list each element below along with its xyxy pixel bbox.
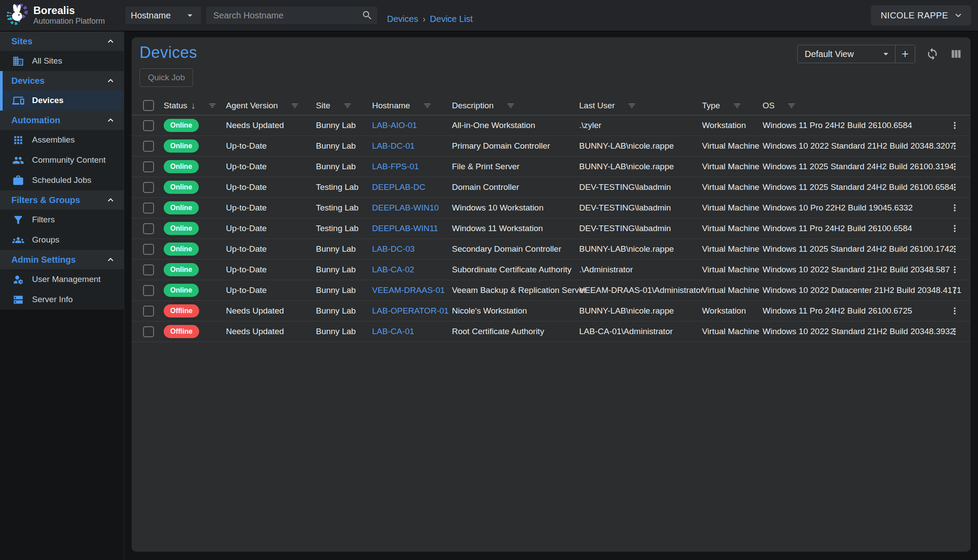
- table-row[interactable]: OnlineUp-to-DateBunny LabLAB-CA-02Subord…: [132, 260, 971, 280]
- column-header-last-user[interactable]: Last User: [579, 101, 702, 111]
- status-cell: Online: [164, 201, 226, 214]
- sidebar-item-community-content[interactable]: Community Content: [0, 150, 124, 170]
- table-row[interactable]: OnlineUp-to-DateBunny LabLAB-FPS-01File …: [132, 157, 971, 177]
- filter-icon[interactable]: [732, 101, 742, 111]
- user-menu-button[interactable]: NICOLE RAPPE: [871, 5, 971, 25]
- row-menu-button[interactable]: [949, 325, 961, 338]
- site-cell: Testing Lab: [316, 203, 372, 213]
- hostname-link[interactable]: DEEPLAB-WIN10: [372, 203, 439, 212]
- row-checkbox-cell: [132, 326, 164, 337]
- os-cell: Windows 10 2022 Standard 21H2 Build 2034…: [763, 141, 939, 151]
- row-menu-button[interactable]: [949, 140, 961, 152]
- sidebar-item-label: User Management: [32, 275, 100, 284]
- row-menu-button[interactable]: [949, 284, 961, 296]
- table-row[interactable]: OnlineUp-to-DateTesting LabDEEPLAB-WIN11…: [132, 218, 971, 239]
- select-all-checkbox[interactable]: [143, 100, 154, 111]
- row-checkbox[interactable]: [143, 326, 154, 337]
- row-menu-button[interactable]: [949, 264, 961, 276]
- sidebar-item-filters[interactable]: Filters: [0, 210, 124, 230]
- status-cell: Online: [164, 284, 226, 297]
- breadcrumb-devices[interactable]: Devices: [387, 14, 418, 24]
- quick-job-button[interactable]: Quick Job: [140, 68, 193, 87]
- hostname-link[interactable]: LAB-AIO-01: [372, 121, 417, 130]
- filter-icon[interactable]: [423, 101, 432, 111]
- row-checkbox[interactable]: [143, 223, 154, 234]
- sidebar-item-user-management[interactable]: User Management: [0, 269, 124, 289]
- table-row[interactable]: OnlineUp-to-DateBunny LabLAB-DC-01Primar…: [132, 136, 971, 157]
- agent-version-cell: Up-to-Date: [226, 244, 316, 254]
- table-row[interactable]: OnlineUp-to-DateBunny LabLAB-DC-03Second…: [132, 239, 971, 260]
- row-checkbox[interactable]: [143, 161, 154, 172]
- column-header-description[interactable]: Description: [452, 101, 579, 111]
- row-checkbox[interactable]: [143, 264, 154, 275]
- column-header-type[interactable]: Type: [702, 101, 763, 111]
- last-user-cell: .\zyler: [579, 121, 702, 130]
- hostname-link[interactable]: DEEPLAB-DC: [372, 182, 425, 192]
- site-cell: Bunny Lab: [316, 265, 372, 275]
- hostname-link[interactable]: LAB-DC-03: [372, 244, 415, 253]
- search-column-select[interactable]: Hostname: [125, 7, 201, 24]
- sidebar-item-all-sites[interactable]: All Sites: [0, 51, 124, 71]
- row-menu-button[interactable]: [949, 243, 961, 255]
- sync-icon: [926, 47, 939, 61]
- filter-icon[interactable]: [787, 101, 796, 111]
- row-checkbox[interactable]: [143, 141, 154, 152]
- filter-icon[interactable]: [208, 101, 217, 111]
- table-row[interactable]: OfflineNeeds UpdatedBunny LabLAB-CA-01Ro…: [132, 321, 971, 342]
- hostname-cell: DEEPLAB-WIN11: [372, 224, 452, 233]
- add-view-button[interactable]: +: [895, 45, 915, 63]
- table-row[interactable]: OnlineUp-to-DateTesting LabDEEPLAB-DCDom…: [132, 177, 971, 198]
- search-icon[interactable]: [362, 10, 373, 21]
- columns-button[interactable]: [949, 47, 963, 61]
- column-header-hostname[interactable]: Hostname: [372, 101, 452, 111]
- sidebar-section-sites[interactable]: Sites: [0, 32, 124, 51]
- row-checkbox[interactable]: [143, 182, 154, 193]
- hostname-link[interactable]: LAB-CA-01: [372, 327, 414, 336]
- sidebar-section-devices[interactable]: Devices: [0, 71, 124, 90]
- column-header-site[interactable]: Site: [316, 101, 372, 111]
- table-row[interactable]: OnlineUp-to-DateBunny LabVEEAM-DRAAS-01V…: [132, 280, 971, 301]
- type-cell: Virtual Machine: [702, 203, 763, 213]
- column-header-label: OS: [763, 101, 774, 111]
- filter-icon[interactable]: [506, 101, 516, 111]
- hostname-link[interactable]: LAB-CA-02: [372, 265, 414, 274]
- hostname-link[interactable]: LAB-FPS-01: [372, 162, 419, 171]
- sidebar-item-scheduled-jobs[interactable]: Scheduled Jobs: [0, 170, 124, 190]
- sidebar-section-filters-groups[interactable]: Filters & Groups: [0, 190, 124, 210]
- row-menu-button[interactable]: [949, 222, 961, 235]
- row-checkbox[interactable]: [143, 203, 154, 214]
- row-menu-button[interactable]: [949, 202, 961, 214]
- row-menu-button[interactable]: [949, 305, 961, 317]
- row-checkbox-cell: [132, 244, 164, 255]
- sidebar-section-automation[interactable]: Automation: [0, 111, 124, 130]
- filter-icon[interactable]: [627, 101, 637, 111]
- search-input[interactable]: [212, 10, 362, 21]
- filter-icon[interactable]: [343, 101, 352, 111]
- row-menu-button[interactable]: [949, 181, 961, 193]
- row-menu-button[interactable]: [949, 161, 961, 173]
- hostname-link[interactable]: LAB-OPERATOR-01: [372, 306, 449, 315]
- column-header-status[interactable]: Status↓: [164, 101, 226, 111]
- row-checkbox[interactable]: [143, 285, 154, 296]
- table-row[interactable]: OfflineNeeds UpdatedBunny LabLAB-OPERATO…: [132, 301, 971, 321]
- table-row[interactable]: OnlineUp-to-DateTesting LabDEEPLAB-WIN10…: [132, 198, 971, 218]
- row-checkbox[interactable]: [143, 120, 154, 131]
- table-row[interactable]: OnlineNeeds UpdatedBunny LabLAB-AIO-01Al…: [132, 115, 971, 136]
- sidebar-item-devices[interactable]: Devices: [0, 90, 124, 111]
- refresh-button[interactable]: [926, 47, 939, 61]
- column-header-agent-version[interactable]: Agent Version: [226, 101, 316, 111]
- sidebar-section-admin-settings[interactable]: Admin Settings: [0, 250, 124, 269]
- hostname-link[interactable]: LAB-DC-01: [372, 141, 415, 150]
- column-header-os[interactable]: OS: [763, 101, 939, 111]
- sidebar-item-assemblies[interactable]: Assemblies: [0, 130, 124, 150]
- row-checkbox[interactable]: [143, 244, 154, 255]
- row-menu-button[interactable]: [949, 119, 961, 132]
- hostname-link[interactable]: DEEPLAB-WIN11: [372, 224, 438, 233]
- filter-icon[interactable]: [290, 101, 300, 111]
- sidebar-item-server-info[interactable]: Server Info: [0, 289, 124, 310]
- hostname-link[interactable]: VEEAM-DRAAS-01: [372, 285, 445, 295]
- sidebar-item-groups[interactable]: Groups: [0, 230, 124, 250]
- row-checkbox[interactable]: [143, 306, 154, 317]
- breadcrumb-device-list[interactable]: Device List: [430, 14, 473, 24]
- view-select[interactable]: Default View: [797, 45, 896, 63]
